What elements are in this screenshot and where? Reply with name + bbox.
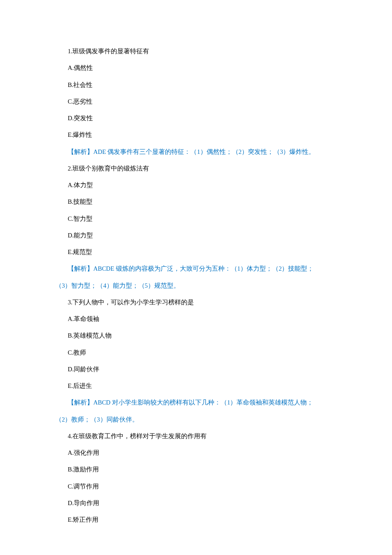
option-a: A.强化作用 — [55, 448, 337, 458]
option-a: A.体力型 — [55, 181, 337, 190]
option-d: D.突发性 — [55, 114, 337, 123]
option-c: C.调节作用 — [55, 482, 337, 491]
option-b: B.英雄模范人物 — [55, 331, 337, 341]
question-stem: 2.班级个别教育中的锻炼法有 — [55, 164, 337, 173]
option-a: A.偶然性 — [55, 64, 337, 73]
option-e: E.矫正作用 — [55, 515, 337, 525]
document-page: 1.班级偶发事件的显著特征有 A.偶然性 B.社会性 C.恶劣性 D.突发性 E… — [0, 0, 392, 555]
option-c: C.教师 — [55, 348, 337, 358]
answer-analysis-cont: （2）教师；（3）同龄伙伴。 — [55, 415, 337, 425]
option-a: A.革命领袖 — [55, 315, 337, 324]
answer-analysis: 【解析】ADE 偶发事件有三个显著的特征：（1）偶然性；（2）突发性；（3）爆炸… — [55, 147, 337, 157]
question-stem: 1.班级偶发事件的显著特征有 — [55, 47, 337, 56]
option-b: B.激励作用 — [55, 465, 337, 474]
option-b: B.技能型 — [55, 197, 337, 207]
option-c: C.智力型 — [55, 214, 337, 224]
option-b: B.社会性 — [55, 81, 337, 90]
answer-analysis-cont: （3）智力型；（4）能力型；（5）规范型。 — [55, 281, 337, 291]
option-e: E.规范型 — [55, 248, 337, 257]
answer-analysis: 【解析】ABCD 对小学生影响较大的榜样有以下几种：（1）革命领袖和英雄模范人物… — [55, 398, 337, 408]
question-stem: 3.下列人物中，可以作为小学生学习榜样的是 — [55, 298, 337, 307]
question-stem: 4.在班级教育工作中，榜样对于学生发展的作用有 — [55, 432, 337, 441]
answer-analysis: 【解析】ABCDE 锻炼的内容极为广泛，大致可分为五种：（1）体力型；（2）技能… — [55, 264, 337, 274]
option-e: E.后进生 — [55, 382, 337, 391]
option-d: D.同龄伙伴 — [55, 365, 337, 374]
option-d: D.能力型 — [55, 231, 337, 240]
option-e: E.爆炸性 — [55, 130, 337, 140]
option-c: C.恶劣性 — [55, 97, 337, 107]
option-d: D.导向作用 — [55, 499, 337, 508]
